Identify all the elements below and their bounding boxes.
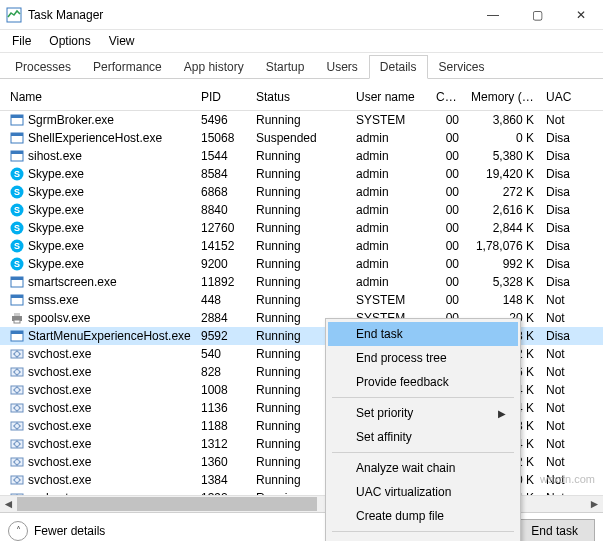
menu-options[interactable]: Options [41,32,98,50]
tab-services[interactable]: Services [428,55,496,79]
service-icon [10,347,24,361]
context-menu-item-label: Set priority [356,406,413,420]
cell-name: svchost.exe [0,365,195,379]
tab-startup[interactable]: Startup [255,55,316,79]
cell-status: Running [250,167,350,181]
tab-app-history[interactable]: App history [173,55,255,79]
close-button[interactable]: ✕ [559,0,603,30]
cell-status: Running [250,149,350,163]
chevron-right-icon: ▶ [498,408,506,419]
cell-pid: 8584 [195,167,250,181]
cell-mem: 3,860 K [465,113,540,127]
printer-icon [10,311,24,325]
cell-pid: 1136 [195,401,250,415]
cell-uac: Not [540,293,580,307]
skype-icon: S [10,257,24,271]
svg-text:S: S [14,187,20,197]
chevron-up-icon: ˄ [8,521,28,541]
cell-name: SSkype.exe [0,221,195,235]
process-name: svchost.exe [28,365,91,379]
table-row[interactable]: SSkype.exe14152Runningadmin001,78,076 KD… [0,237,603,255]
table-row[interactable]: SSkype.exe8584Runningadmin0019,420 KDisa [0,165,603,183]
cell-pid: 828 [195,365,250,379]
col-mem[interactable]: Memory (a... [465,88,540,106]
cell-pid: 14152 [195,239,250,253]
context-menu[interactable]: End taskEnd process treeProvide feedback… [325,318,521,541]
cell-name: sihost.exe [0,149,195,163]
cell-pid: 1544 [195,149,250,163]
process-name: svchost.exe [28,347,91,361]
menu-view[interactable]: View [101,32,143,50]
cell-uac: Not [540,437,580,451]
col-status[interactable]: Status [250,88,350,106]
col-cpu[interactable]: CPU [430,88,465,106]
table-row[interactable]: SSkype.exe12760Runningadmin002,844 KDisa [0,219,603,237]
generic-icon [10,113,24,127]
cell-name: SSkype.exe [0,239,195,253]
cell-name: svchost.exe [0,455,195,469]
col-pid[interactable]: PID [195,88,250,106]
cell-pid: 2884 [195,311,250,325]
svg-rect-2 [11,115,23,118]
process-name: spoolsv.exe [28,311,90,325]
cell-user: admin [350,221,430,235]
table-row[interactable]: smss.exe448RunningSYSTEM00148 KNot [0,291,603,309]
process-name: smss.exe [28,293,79,307]
cell-uac: Disa [540,167,580,181]
table-row[interactable]: ShellExperienceHost.exe15068Suspendedadm… [0,129,603,147]
context-menu-item-analyze-wait-chain[interactable]: Analyze wait chain [328,456,518,480]
context-menu-item-set-priority[interactable]: Set priority▶ [328,401,518,425]
process-name: SgrmBroker.exe [28,113,114,127]
end-task-button[interactable]: End task [514,519,595,542]
svg-rect-4 [11,133,23,136]
menu-file[interactable]: File [4,32,39,50]
col-name[interactable]: Name [0,88,195,106]
tab-users[interactable]: Users [315,55,368,79]
table-row[interactable]: sihost.exe1544Runningadmin005,380 KDisa [0,147,603,165]
table-row[interactable]: SSkype.exe6868Runningadmin00272 KDisa [0,183,603,201]
context-menu-item-end-process-tree[interactable]: End process tree [328,346,518,370]
table-row[interactable]: SSkype.exe8840Runningadmin002,616 KDisa [0,201,603,219]
process-name: Skype.exe [28,185,84,199]
cell-uac: Not [540,455,580,469]
context-menu-item-label: End task [356,327,403,341]
context-menu-item-uac-virtualization[interactable]: UAC virtualization [328,480,518,504]
cell-cpu: 00 [430,167,465,181]
cell-cpu: 00 [430,293,465,307]
process-name: svchost.exe [28,437,91,451]
col-user[interactable]: User name [350,88,430,106]
context-menu-item-create-dump-file[interactable]: Create dump file [328,504,518,528]
context-menu-item-open-file-location[interactable]: Open file location [328,535,518,541]
cell-user: admin [350,239,430,253]
tab-details[interactable]: Details [369,55,428,79]
cell-name: smartscreen.exe [0,275,195,289]
svg-rect-24 [14,313,20,316]
svg-text:S: S [14,241,20,251]
cell-pid: 9592 [195,329,250,343]
context-menu-separator [332,452,514,453]
table-row[interactable]: SgrmBroker.exe5496RunningSYSTEM003,860 K… [0,111,603,129]
tab-processes[interactable]: Processes [4,55,82,79]
cell-user: admin [350,203,430,217]
scroll-left-arrow-icon[interactable]: ◄ [0,496,17,513]
process-name: svchost.exe [28,401,91,415]
scroll-thumb[interactable] [17,497,317,511]
tab-performance[interactable]: Performance [82,55,173,79]
table-row[interactable]: SSkype.exe9200Runningadmin00992 KDisa [0,255,603,273]
col-uac[interactable]: UAC [540,88,580,106]
table-header: Name PID Status User name CPU Memory (a.… [0,84,603,111]
cell-user: SYSTEM [350,113,430,127]
context-menu-item-set-affinity[interactable]: Set affinity [328,425,518,449]
context-menu-item-provide-feedback[interactable]: Provide feedback [328,370,518,394]
fewer-details-button[interactable]: ˄ Fewer details [8,521,105,541]
cell-status: Running [250,275,350,289]
maximize-button[interactable]: ▢ [515,0,559,30]
scroll-right-arrow-icon[interactable]: ► [586,496,603,513]
cell-cpu: 00 [430,113,465,127]
minimize-button[interactable]: — [471,0,515,30]
cell-uac: Disa [540,221,580,235]
context-menu-item-end-task[interactable]: End task [328,322,518,346]
table-row[interactable]: smartscreen.exe11892Runningadmin005,328 … [0,273,603,291]
cell-user: admin [350,275,430,289]
service-icon [10,383,24,397]
